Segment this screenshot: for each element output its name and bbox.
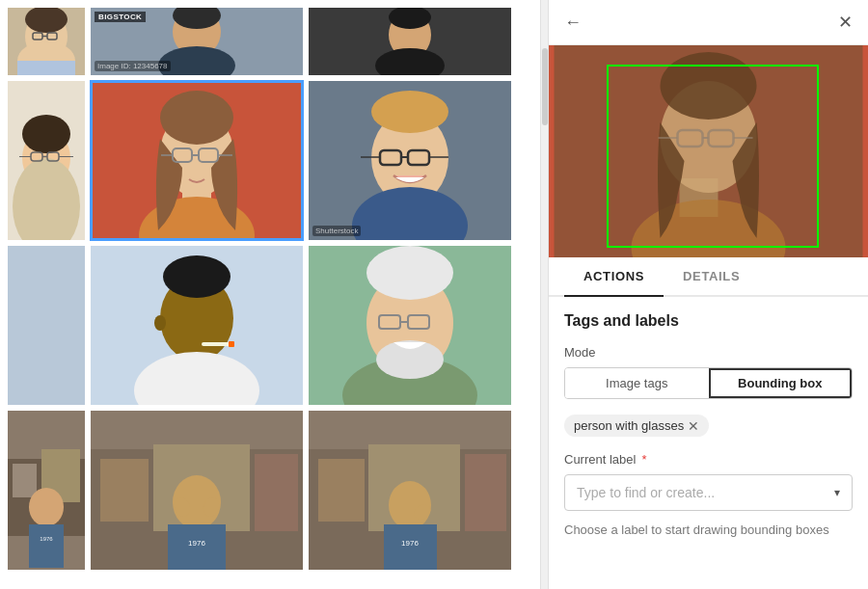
svg-point-55 — [366, 246, 453, 300]
svg-rect-81 — [465, 454, 506, 531]
grid-item[interactable]: BIGSTOCK Image ID: 12345678 — [91, 8, 303, 75]
svg-rect-62 — [13, 464, 37, 497]
svg-point-51 — [154, 315, 166, 331]
grid-item[interactable]: 1976 — [309, 411, 511, 570]
svg-rect-50 — [229, 341, 234, 347]
tag-chip: person with glasses ✕ — [564, 415, 709, 437]
grid-item[interactable]: 1976 — [91, 411, 303, 570]
svg-rect-49 — [202, 342, 231, 346]
mode-bounding-box-button[interactable]: Bounding box — [709, 368, 853, 398]
required-indicator: * — [641, 452, 646, 467]
helper-text: Choose a label to start drawing bounding… — [564, 522, 853, 537]
svg-rect-44 — [8, 246, 85, 405]
grid-item-selected[interactable] — [91, 81, 303, 240]
svg-rect-69 — [100, 459, 149, 522]
watermark: Image ID: 12345678 — [95, 61, 171, 71]
grid-item[interactable] — [8, 8, 85, 75]
svg-text:1976: 1976 — [40, 536, 53, 542]
chevron-down-icon: ▾ — [834, 486, 840, 499]
preview-image — [549, 45, 868, 257]
right-panel-header: ← ✕ — [549, 0, 868, 45]
svg-text:1976: 1976 — [188, 539, 205, 548]
svg-point-38 — [371, 91, 448, 133]
tags-area: person with glasses ✕ — [564, 415, 853, 437]
tag-chip-label: person with glasses — [574, 418, 684, 433]
label-dropdown-placeholder: Type to find or create... — [577, 485, 715, 500]
svg-text:1976: 1976 — [401, 539, 419, 548]
svg-rect-79 — [318, 459, 365, 522]
back-button[interactable]: ← — [560, 9, 585, 37]
current-label-text: Current label — [564, 452, 636, 467]
right-panel: ← ✕ ACTIONS — [548, 0, 868, 589]
svg-rect-71 — [255, 454, 298, 531]
svg-rect-7 — [17, 61, 75, 75]
svg-rect-65 — [29, 524, 64, 568]
svg-point-29 — [160, 91, 233, 145]
grid-item[interactable] — [8, 246, 85, 405]
grid-item[interactable]: 1976 — [8, 411, 85, 570]
grid-item[interactable] — [8, 81, 85, 240]
svg-point-48 — [163, 255, 231, 298]
image-grid-panel: BIGSTOCK Image ID: 12345678 — [0, 0, 540, 589]
tag-remove-button[interactable]: ✕ — [688, 419, 699, 433]
mode-label: Mode — [564, 345, 853, 360]
mode-toggle: Image tags Bounding box — [564, 367, 853, 399]
svg-point-19 — [22, 115, 70, 153]
svg-point-64 — [29, 488, 64, 526]
grid-item[interactable]: Shutterstock — [309, 81, 511, 240]
section-title: Tags and labels — [564, 312, 853, 330]
watermark: Shutterstock — [312, 226, 361, 236]
svg-point-91 — [661, 52, 757, 120]
mode-image-tags-button[interactable]: Image tags — [565, 368, 709, 398]
panel-content: Tags and labels Mode Image tags Bounding… — [549, 297, 868, 589]
tab-actions[interactable]: ACTIONS — [564, 257, 664, 297]
label-dropdown[interactable]: Type to find or create... ▾ — [564, 474, 853, 511]
grid-item[interactable] — [309, 8, 511, 75]
tab-bar: ACTIONS DETAILS — [549, 257, 868, 297]
current-label-row: Current label * — [564, 452, 853, 467]
close-button[interactable]: ✕ — [834, 8, 856, 37]
tab-details[interactable]: DETAILS — [664, 257, 759, 297]
bigstock-badge: BIGSTOCK — [95, 12, 146, 22]
grid-item[interactable] — [91, 246, 303, 405]
grid-item[interactable] — [309, 246, 511, 405]
